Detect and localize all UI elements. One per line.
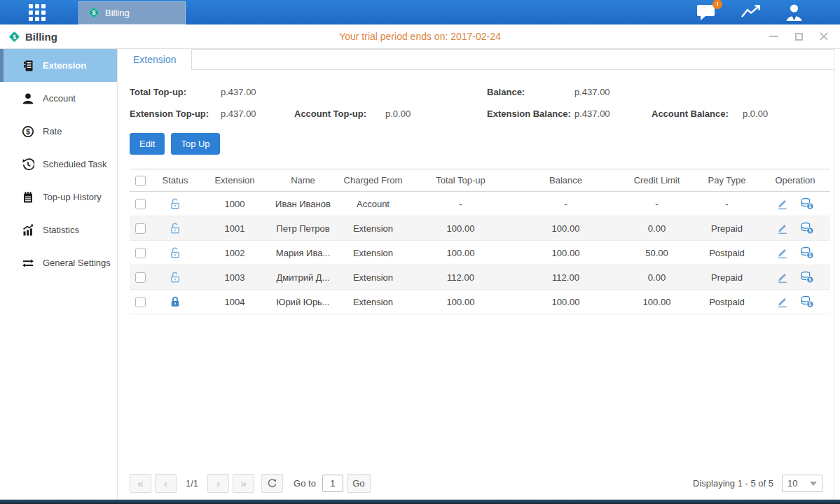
sidebar-item-label: Scheduled Task bbox=[43, 159, 107, 169]
col-header-status: Status bbox=[151, 175, 200, 186]
svg-text:$: $ bbox=[92, 9, 95, 16]
ledger-icon bbox=[21, 59, 34, 72]
extension-topup-label: Extension Top-up: bbox=[130, 108, 221, 119]
cell-charged-from: Extension bbox=[336, 248, 410, 258]
last-page-button[interactable]: » bbox=[233, 474, 254, 493]
cell-balance: 112.00 bbox=[511, 272, 620, 283]
cell-total-topup: 100.00 bbox=[410, 223, 511, 234]
top-up-coins-icon[interactable]: $ bbox=[800, 271, 814, 284]
cell-pay-type: Postpaid bbox=[694, 248, 760, 258]
top-up-button[interactable]: Top Up bbox=[171, 133, 219, 155]
dollar-circle-icon: $ bbox=[21, 125, 34, 138]
edit-pencil-icon[interactable] bbox=[776, 222, 789, 234]
page-size-value: 10 bbox=[787, 478, 797, 489]
row-checkbox[interactable] bbox=[135, 297, 146, 307]
svg-text:$: $ bbox=[808, 204, 811, 209]
tab-strip-filler bbox=[192, 49, 834, 70]
cell-balance: - bbox=[511, 199, 620, 209]
cell-name: Юрий Юрь... bbox=[270, 297, 336, 307]
row-checkbox[interactable] bbox=[135, 272, 146, 283]
col-header-operation: Operation bbox=[760, 175, 830, 186]
cell-balance: 100.00 bbox=[511, 223, 620, 234]
refresh-button[interactable] bbox=[261, 474, 283, 493]
cell-pay-type: Prepaid bbox=[694, 223, 760, 234]
sidebar-item-account[interactable]: Account bbox=[0, 82, 117, 115]
prev-page-button[interactable]: ‹ bbox=[155, 474, 177, 493]
displaying-text: Displaying 1 - 5 of 5 bbox=[693, 478, 773, 489]
page-indicator: 1/1 bbox=[180, 478, 204, 489]
cell-balance: 100.00 bbox=[511, 297, 620, 307]
go-to-page-input[interactable] bbox=[322, 475, 343, 492]
edit-pencil-icon[interactable] bbox=[776, 246, 789, 259]
tab-extension[interactable]: Extension bbox=[118, 49, 192, 70]
row-checkbox[interactable] bbox=[135, 223, 146, 234]
top-up-coins-icon[interactable]: $ bbox=[800, 222, 814, 234]
cell-extension: 1001 bbox=[200, 223, 270, 234]
billing-summary: Total Top-up: p.437.00 Balance: p.437.00… bbox=[130, 81, 834, 125]
go-to-label: Go to bbox=[294, 478, 316, 489]
sidebar-item-scheduled-task[interactable]: Scheduled Task bbox=[0, 148, 117, 181]
sidebar-item-label: Extension bbox=[43, 60, 86, 71]
cell-total-topup: 100.00 bbox=[410, 248, 511, 258]
cell-total-topup: 112.00 bbox=[410, 272, 511, 283]
edit-pencil-icon[interactable] bbox=[776, 295, 789, 308]
sidebar-item-extension[interactable]: Extension bbox=[0, 49, 117, 82]
taskbar-tab-billing[interactable]: $ Billing bbox=[78, 1, 186, 24]
col-header-credit-limit: Credit Limit bbox=[620, 175, 694, 186]
window-title-bar: $ Billing Your trial period ends on: 201… bbox=[0, 24, 840, 49]
row-checkbox[interactable] bbox=[135, 199, 146, 209]
extension-balance-label: Extension Balance: bbox=[487, 108, 574, 119]
user-account-icon[interactable] bbox=[785, 3, 804, 22]
cell-balance: 100.00 bbox=[511, 248, 620, 258]
bar-chart-icon bbox=[21, 224, 34, 237]
first-page-button[interactable]: « bbox=[130, 474, 151, 493]
sidebar: Extension Account $ Rate Scheduled Task … bbox=[0, 49, 118, 499]
cell-pay-type: Postpaid bbox=[694, 297, 760, 307]
edit-button[interactable]: Edit bbox=[130, 133, 165, 155]
go-button[interactable]: Go bbox=[347, 474, 371, 493]
account-balance-label: Account Balance: bbox=[652, 108, 743, 119]
extension-topup-value: p.437.00 bbox=[221, 108, 294, 119]
sidebar-item-general-settings[interactable]: General Settings bbox=[0, 246, 117, 279]
cell-credit-limit: 0.00 bbox=[620, 272, 694, 283]
select-all-checkbox[interactable] bbox=[135, 176, 146, 186]
unlocked-icon bbox=[170, 197, 181, 208]
window-title: Billing bbox=[25, 31, 57, 43]
account-balance-value: p.0.00 bbox=[743, 108, 834, 119]
sidebar-item-top-up-history[interactable]: Top-up History bbox=[0, 181, 117, 214]
page-size-select[interactable]: 10 bbox=[782, 475, 822, 492]
table-header-row: Status Extension Name Charged From Total… bbox=[130, 169, 830, 192]
sidebar-item-rate[interactable]: $ Rate bbox=[0, 115, 117, 148]
table-row: 1004 Юрий Юрь... Extension 100.00 100.00… bbox=[130, 290, 830, 314]
cell-credit-limit: 100.00 bbox=[620, 297, 694, 307]
account-topup-label: Account Top-up: bbox=[294, 108, 385, 119]
maximize-icon[interactable] bbox=[794, 31, 804, 41]
statistics-chart-icon[interactable] bbox=[740, 4, 762, 21]
svg-text:$: $ bbox=[26, 128, 30, 136]
top-up-coins-icon[interactable]: $ bbox=[800, 295, 814, 308]
sidebar-item-label: Top-up History bbox=[43, 192, 102, 202]
account-topup-value: p.0.00 bbox=[385, 108, 487, 119]
top-up-coins-icon[interactable]: $ bbox=[800, 246, 814, 259]
sidebar-item-statistics[interactable]: Statistics bbox=[0, 214, 117, 246]
top-up-coins-icon[interactable]: $ bbox=[800, 197, 814, 210]
pagination-bar: « ‹ 1/1 › » Go to Go Displaying 1 - 5 of… bbox=[130, 474, 822, 493]
cell-total-topup: 100.00 bbox=[410, 297, 511, 307]
notifications-chat-icon[interactable]: ! bbox=[696, 4, 717, 21]
svg-text:$: $ bbox=[808, 302, 811, 307]
edit-pencil-icon[interactable] bbox=[776, 197, 789, 210]
edit-pencil-icon[interactable] bbox=[776, 271, 789, 284]
table-row: 1003 Дмитрий Д... Extension 112.00 112.0… bbox=[130, 265, 830, 290]
sidebar-item-label: Statistics bbox=[43, 225, 79, 235]
taskbar-tab-label: Billing bbox=[105, 8, 130, 18]
row-checkbox[interactable] bbox=[135, 248, 146, 258]
cell-name: Мария Ива... bbox=[270, 248, 336, 258]
minimize-icon[interactable] bbox=[769, 31, 778, 41]
col-header-total-topup: Total Top-up bbox=[410, 175, 511, 186]
app-menu-grid-icon[interactable] bbox=[27, 2, 48, 23]
balance-value: p.437.00 bbox=[574, 87, 652, 97]
close-icon[interactable] bbox=[819, 31, 829, 41]
next-page-button[interactable]: › bbox=[207, 474, 229, 493]
svg-text:$: $ bbox=[808, 253, 811, 258]
sidebar-item-label: General Settings bbox=[43, 258, 111, 268]
